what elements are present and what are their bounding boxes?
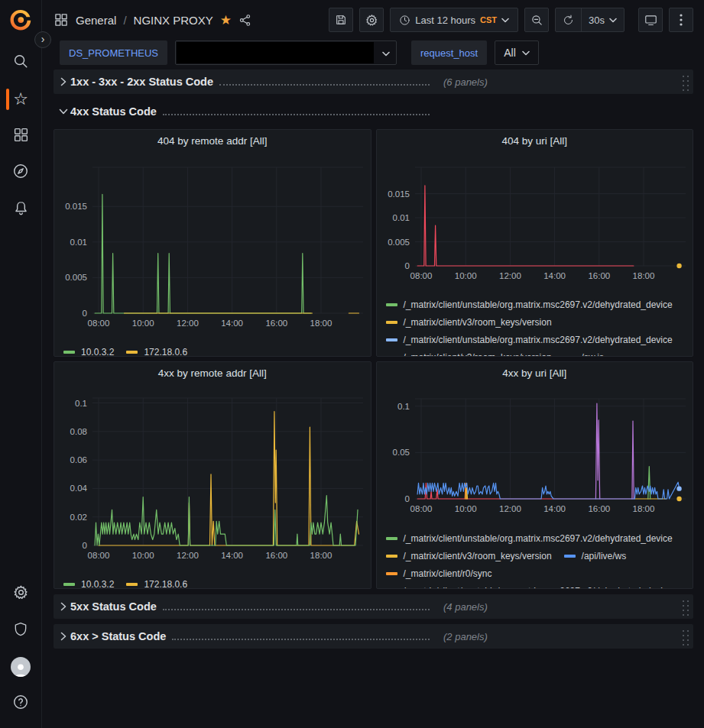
legend-swatch-icon xyxy=(126,583,138,586)
monitor-icon xyxy=(644,14,657,27)
legend-item[interactable]: 10.0.3.2 xyxy=(63,575,114,588)
refresh-interval-value: 30s xyxy=(589,15,605,26)
svg-text:0.01: 0.01 xyxy=(392,213,409,222)
row-panel-count: (2 panels) xyxy=(443,631,488,642)
svg-text:0: 0 xyxy=(83,541,87,550)
grafana-app: ☆ xyxy=(0,0,704,728)
row-drag-handle[interactable] xyxy=(680,598,689,616)
legend-swatch-icon xyxy=(386,356,397,357)
favorite-star-icon[interactable]: ★ xyxy=(220,12,232,28)
legend-item[interactable]: /_matrix/client/unstable/org.matrix.msc2… xyxy=(386,529,673,547)
svg-text:16:00: 16:00 xyxy=(588,271,610,280)
dashboard-row-5xx[interactable]: 5xx Status Code (4 panels) xyxy=(54,594,693,619)
row-dotted-leader xyxy=(163,108,430,115)
save-dashboard-button[interactable] xyxy=(329,8,353,32)
sidebar-item-profile[interactable] xyxy=(0,649,42,685)
legend-swatch-icon xyxy=(386,572,397,575)
star-outline-icon: ☆ xyxy=(13,91,28,108)
row-drag-handle[interactable] xyxy=(680,628,689,645)
legend-item[interactable]: /_matrix/client/v3/room_keys/version xyxy=(386,313,552,331)
sidebar-item-search[interactable] xyxy=(0,44,42,81)
chevron-down-icon xyxy=(501,18,509,23)
refresh-interval-dropdown[interactable]: 30s xyxy=(581,8,624,31)
breadcrumb: General / NGINX PROXY ★ xyxy=(54,12,251,28)
share-icon[interactable] xyxy=(238,14,251,27)
legend-swatch-icon xyxy=(126,351,138,354)
legend-item[interactable]: /_matrix/client/unstable/org.matrix.msc2… xyxy=(386,331,673,348)
grafana-logo-icon[interactable] xyxy=(9,8,32,32)
dashboard-row-1xx[interactable]: 1xx - 3xx - 2xx Status Code (6 panels) xyxy=(54,70,693,94)
main-area: General / NGINX PROXY ★ xyxy=(42,0,704,649)
chart-4xx-by-uri: 08:0010:0012:0014:0016:0018:0000.050.1 xyxy=(383,381,687,525)
zoom-out-button[interactable] xyxy=(524,8,549,32)
legend-item[interactable]: 172.18.0.6 xyxy=(126,343,187,356)
time-range-picker[interactable]: Last 12 hours CST xyxy=(390,8,518,32)
legend-item[interactable]: /_matrix/client/v3/room_keys/version xyxy=(386,348,552,356)
sidebar-item-dashboards[interactable] xyxy=(0,118,42,154)
row-dotted-leader xyxy=(163,603,430,610)
sidebar-item-server-admin[interactable] xyxy=(0,612,42,649)
sidebar-item-explore[interactable] xyxy=(0,154,42,191)
variable-host-select[interactable]: All xyxy=(495,40,539,65)
svg-text:0.08: 0.08 xyxy=(70,427,87,436)
variable-datasource-select[interactable] xyxy=(175,40,397,65)
gear-icon xyxy=(365,14,378,27)
dashboard-toolbar: Last 12 hours CST xyxy=(329,8,693,32)
panel-title[interactable]: 4xx by uri [All] xyxy=(383,366,687,381)
svg-text:16:00: 16:00 xyxy=(265,319,287,328)
panel-title[interactable]: 404 by uri [All] xyxy=(383,134,687,149)
chart-404-by-uri: 08:0010:0012:0014:0016:0018:0000.0050.01… xyxy=(383,149,687,291)
dashboard-row-6xx[interactable]: 6xx > Status Code (2 panels) xyxy=(54,624,693,649)
svg-text:18:00: 18:00 xyxy=(310,551,333,560)
sidebar: ☆ xyxy=(0,0,42,728)
zoom-out-icon xyxy=(530,14,543,27)
kebab-menu-icon xyxy=(680,14,683,26)
dashboard-row-4xx[interactable]: 4xx Status Code xyxy=(54,99,693,124)
legend-label: /api/live/ws xyxy=(582,551,627,561)
svg-text:0.005: 0.005 xyxy=(388,238,410,247)
svg-text:08:00: 08:00 xyxy=(88,319,110,328)
legend-item[interactable]: /_matrix/client/unstable/org.matrix.msc2… xyxy=(386,296,673,313)
legend-label: /_matrix/client/v3/room_keys/version xyxy=(404,352,552,357)
chevron-down-icon xyxy=(522,50,530,56)
panel-legend: /_matrix/client/unstable/org.matrix.msc2… xyxy=(383,296,687,356)
panel-title[interactable]: 4xx by remote addr [All] xyxy=(60,366,365,381)
legend-item[interactable]: /sw.js xyxy=(564,348,604,356)
legend-item[interactable]: /_matrix/client/r0/sync xyxy=(386,565,492,582)
legend-label: /_matrix/client/unstable/org.matrix.msc2… xyxy=(404,533,673,544)
refresh-picker: 30s xyxy=(555,8,625,32)
svg-text:10:00: 10:00 xyxy=(132,551,154,560)
legend-label: /sw.js xyxy=(582,352,604,357)
sidebar-expand-button[interactable]: › xyxy=(34,31,51,48)
svg-text:10:00: 10:00 xyxy=(454,271,476,280)
chevron-right-icon xyxy=(57,77,70,86)
legend-label: /_matrix/client/unstable/org.matrix.msc2… xyxy=(404,299,673,310)
legend-item[interactable]: /api/live/ws xyxy=(564,547,627,565)
variables-row: DS_PROMETHEUS request_host All xyxy=(60,40,693,65)
sidebar-item-help[interactable] xyxy=(0,685,42,722)
breadcrumb-dashboard-title[interactable]: NGINX PROXY xyxy=(134,14,213,27)
sidebar-item-configuration[interactable] xyxy=(0,575,42,612)
panel-title[interactable]: 404 by remote addr [All] xyxy=(60,134,365,149)
row-drag-handle[interactable] xyxy=(680,73,689,91)
legend-swatch-icon xyxy=(564,356,576,357)
svg-text:10:00: 10:00 xyxy=(132,319,154,328)
sidebar-item-alerting[interactable] xyxy=(0,191,42,228)
svg-text:12:00: 12:00 xyxy=(177,319,199,328)
refresh-button[interactable] xyxy=(556,8,581,31)
dashboard-settings-button[interactable] xyxy=(359,8,384,32)
legend-item[interactable]: /_matrix/client/unstable/org.matrix.msc2… xyxy=(386,582,673,588)
breadcrumb-folder[interactable]: General xyxy=(76,14,116,27)
search-icon xyxy=(12,53,29,73)
legend-item[interactable]: /_matrix/client/v3/room_keys/version xyxy=(386,547,552,565)
legend-item[interactable]: 10.0.3.2 xyxy=(63,343,114,356)
legend-label: 172.18.0.6 xyxy=(144,579,187,589)
legend-item[interactable]: 172.18.0.6 xyxy=(126,575,187,588)
svg-text:0.1: 0.1 xyxy=(75,399,87,408)
more-options-button[interactable] xyxy=(669,8,693,32)
tv-mode-button[interactable] xyxy=(638,8,663,32)
sidebar-item-starred[interactable]: ☆ xyxy=(0,81,42,118)
legend-swatch-icon xyxy=(386,537,397,540)
svg-text:08:00: 08:00 xyxy=(410,271,432,280)
svg-text:0: 0 xyxy=(404,261,409,270)
